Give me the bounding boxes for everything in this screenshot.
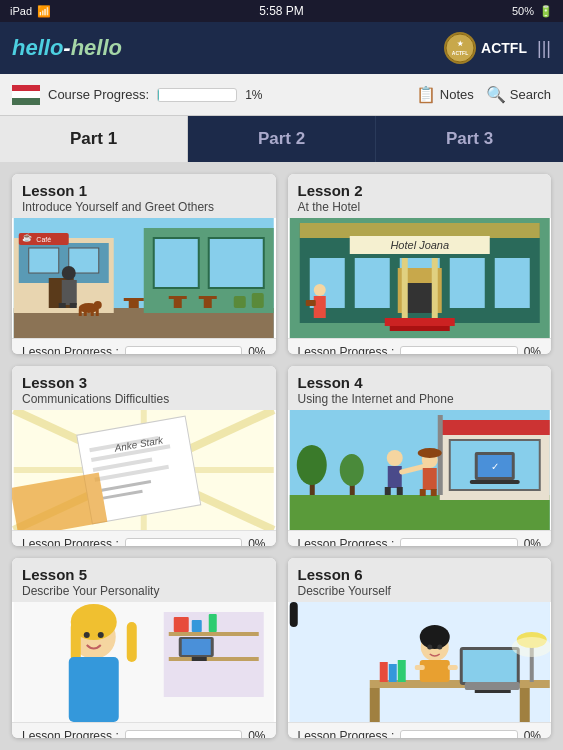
svg-rect-47: [389, 326, 449, 331]
svg-rect-18: [169, 296, 187, 299]
svg-rect-110: [127, 622, 137, 662]
status-right: 50% 🔋: [512, 5, 553, 18]
logo-part1: hello: [12, 35, 63, 60]
status-left: iPad 📶: [10, 5, 51, 18]
lesson-card-5[interactable]: Lesson 5 Describe Your Personality: [12, 558, 276, 738]
battery-label: 50%: [512, 5, 534, 17]
progress-row: Course Progress: 1% 📋 Notes 🔍 Search: [0, 74, 563, 116]
svg-rect-25: [62, 280, 77, 305]
svg-rect-106: [209, 614, 217, 632]
svg-rect-19: [174, 299, 182, 308]
svg-rect-134: [447, 665, 457, 670]
svg-rect-30: [79, 309, 82, 316]
course-progress-value: 1%: [245, 88, 262, 102]
lesson-4-title: Lesson 4: [298, 374, 542, 391]
lesson-1-progress-label: Lesson Progress :: [22, 345, 119, 354]
svg-rect-137: [397, 660, 405, 682]
notes-icon: 📋: [416, 85, 436, 104]
tab-part1[interactable]: Part 1: [0, 116, 188, 162]
lesson-5-footer: Lesson Progress : 0%: [12, 722, 276, 738]
lesson-1-footer: Lesson Progress : 0%: [12, 338, 276, 354]
svg-rect-78: [439, 420, 549, 435]
lesson-1-scene: Café ☕: [12, 218, 276, 338]
svg-rect-36: [299, 223, 539, 238]
svg-text:ACTFL: ACTFL: [452, 50, 468, 56]
svg-rect-49: [431, 258, 437, 318]
svg-rect-83: [469, 480, 519, 484]
logo: hello-hello: [12, 35, 122, 61]
svg-rect-33: [96, 309, 99, 316]
svg-text:☕: ☕: [22, 232, 32, 242]
lesson-4-subtitle: Using the Internet and Phone: [298, 392, 542, 406]
flag-stripe-green: [12, 98, 40, 105]
svg-rect-129: [289, 602, 297, 627]
svg-rect-56: [305, 300, 315, 306]
lesson-2-title: Lesson 2: [298, 182, 542, 199]
lesson-6-footer: Lesson Progress : 0%: [288, 722, 552, 738]
svg-text:Café: Café: [36, 236, 51, 243]
svg-rect-31: [84, 309, 87, 316]
lesson-card-3[interactable]: Lesson 3 Communications Difficulties: [12, 366, 276, 546]
svg-rect-116: [192, 657, 207, 661]
lesson-4-progress-label: Lesson Progress :: [298, 537, 395, 546]
svg-point-92: [417, 448, 441, 458]
svg-rect-109: [71, 622, 81, 662]
svg-point-86: [386, 450, 402, 466]
svg-point-141: [511, 637, 551, 657]
course-progress-fill: [158, 89, 159, 101]
actfl-label: ACTFL: [481, 40, 527, 56]
menu-bars-icon[interactable]: |||: [537, 38, 551, 59]
svg-rect-94: [419, 489, 425, 496]
svg-point-112: [98, 632, 104, 638]
notes-button[interactable]: 📋 Notes: [416, 85, 474, 104]
svg-rect-113: [69, 657, 119, 722]
svg-rect-135: [379, 662, 387, 682]
tab-part2[interactable]: Part 2: [188, 116, 376, 162]
lesson-4-scene: ✓: [288, 410, 552, 530]
svg-rect-14: [154, 238, 199, 288]
lesson-card-1[interactable]: Lesson 1 Introduce Yourself and Greet Ot…: [12, 174, 276, 354]
svg-point-130: [427, 645, 432, 650]
svg-rect-22: [234, 296, 246, 308]
flag-stripe-red: [12, 85, 40, 92]
progress-left: Course Progress: 1%: [12, 85, 263, 105]
lesson-3-scene: Anke Stark: [12, 410, 276, 530]
svg-rect-26: [59, 303, 66, 308]
svg-rect-16: [124, 298, 144, 301]
lesson-3-footer: Lesson Progress : 0%: [12, 530, 276, 546]
lesson-6-subtitle: Describe Yourself: [298, 584, 542, 598]
svg-rect-133: [414, 665, 424, 670]
lesson-6-image: [288, 602, 552, 722]
lesson-4-footer: Lesson Progress : 0%: [288, 530, 552, 546]
svg-rect-123: [462, 650, 516, 682]
svg-rect-121: [369, 688, 379, 722]
svg-rect-17: [129, 301, 139, 308]
svg-rect-21: [204, 299, 212, 308]
svg-text:✓: ✓: [490, 461, 498, 472]
lesson-4-header: Lesson 4 Using the Internet and Phone: [288, 366, 552, 410]
lesson-card-4[interactable]: Lesson 4 Using the Internet and Phone ✓: [288, 366, 552, 546]
tab-part3[interactable]: Part 3: [376, 116, 563, 162]
lesson-5-image: [12, 602, 276, 722]
course-progress-bar: [157, 88, 237, 102]
logo-part2: hello: [71, 35, 122, 60]
lesson-card-2[interactable]: Lesson 2 At the Hotel Hotel Joana: [288, 174, 552, 354]
lesson-card-6[interactable]: Lesson 6 Describe Yourself: [288, 558, 552, 738]
battery-icon: 🔋: [539, 5, 553, 18]
lesson-2-progress-bar: [400, 346, 517, 354]
lesson-6-progress-bar: [400, 730, 517, 738]
search-button[interactable]: 🔍 Search: [486, 85, 551, 104]
lesson-1-progress-value: 0%: [248, 345, 265, 354]
svg-point-24: [62, 266, 76, 280]
lesson-1-progress-bar: [125, 346, 242, 354]
header-right: ★ ACTFL ACTFL |||: [444, 32, 551, 64]
svg-rect-43: [494, 258, 529, 308]
svg-rect-115: [182, 639, 211, 655]
svg-point-54: [313, 284, 325, 296]
tabs-bar: Part 1 Part 2 Part 3: [0, 116, 563, 162]
lesson-3-header: Lesson 3 Communications Difficulties: [12, 366, 276, 410]
svg-rect-45: [404, 283, 434, 313]
svg-rect-102: [169, 632, 259, 636]
svg-rect-93: [422, 468, 436, 490]
lesson-6-scene: [288, 602, 552, 722]
